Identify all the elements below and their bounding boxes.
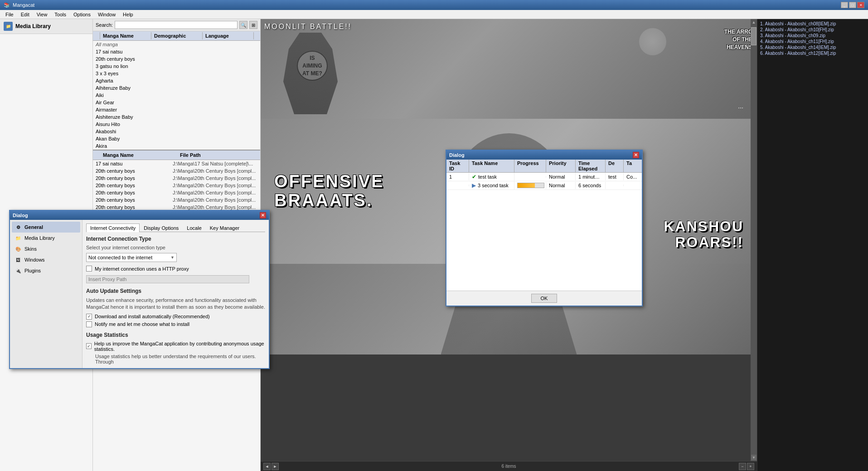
task-table-header: Task ID Task Name Progress Priority Time… <box>446 160 642 173</box>
notify-checkbox[interactable] <box>86 321 92 327</box>
manga-list-bottom-header: Manga Name File Path <box>93 151 260 160</box>
list-item-4[interactable]: Agharta <box>93 77 260 84</box>
dialog-tabs: Internet Connectivity Display Options Lo… <box>86 223 265 232</box>
task-de-1 <box>606 185 624 186</box>
list-item-3[interactable]: 3 x 3 eyes <box>93 70 260 77</box>
search-label: Search: <box>96 22 113 28</box>
menu-view[interactable]: View <box>33 11 51 18</box>
scroll-thumb[interactable] <box>751 27 756 45</box>
dialog-sidebar-plugins[interactable]: 🔌 Plugins <box>12 265 80 276</box>
proxy-label: My internet connection uses a HTTP proxy <box>95 266 189 272</box>
nav-btn-next[interactable]: ► <box>272 463 279 470</box>
menu-options[interactable]: Options <box>70 11 94 18</box>
menu-file[interactable]: File <box>2 11 17 18</box>
col-manga-name-2: Manga Name <box>100 151 177 159</box>
menu-window[interactable]: Window <box>94 11 119 18</box>
menu-edit[interactable]: Edit <box>17 11 33 18</box>
download-item-5[interactable]: 6. Akaboshi - Akaboshi_ch12[IEM].zip <box>759 50 866 56</box>
list-item-1[interactable]: 20th century boys <box>93 55 260 63</box>
menu-tools[interactable]: Tools <box>51 11 70 18</box>
proxy-path-field[interactable] <box>86 275 249 283</box>
usage-section: Usage Statistics Help us improve the Man… <box>86 332 265 364</box>
list-item2-2[interactable]: 20th century boys J:\Manga\20th Century … <box>93 175 260 182</box>
task-row-0[interactable]: 1 ✔ test task Normal 1 minute, 39 seco..… <box>446 173 642 181</box>
chapter-title: MOONLIT BATTLE!! <box>264 23 352 31</box>
usage-checkbox[interactable] <box>86 343 92 349</box>
maximize-button[interactable]: □ <box>849 2 856 8</box>
search-options-button[interactable]: ⊞ <box>249 21 257 29</box>
list-item-5[interactable]: Aihiteruze Baby <box>93 84 260 92</box>
task-name-label-0: test task <box>478 174 497 180</box>
list-item-2[interactable]: 3 gatsu no lion <box>93 63 260 70</box>
viewer-scrollbar[interactable]: ▲ ▼ <box>751 19 757 461</box>
close-button[interactable]: ✕ <box>857 2 864 8</box>
list-item-8[interactable]: Airmaster <box>93 106 260 113</box>
dialog-settings: Dialog ✕ ⚙ General 📁 Media Library 🎨 Ski… <box>9 210 270 369</box>
list-item2-0[interactable]: 17 sai natsu J:\Manga\17 Sai Natsu [comp… <box>93 160 260 167</box>
nav-btn-zoom-in[interactable]: + <box>747 463 754 470</box>
task-time-1: 6 seconds <box>576 182 606 189</box>
tab-key[interactable]: Key Manager <box>206 223 243 232</box>
viewer-items-count: 6 items <box>501 464 516 469</box>
tab-internet[interactable]: Internet Connectivity <box>86 223 140 232</box>
list-item-11[interactable]: Akaboshi <box>93 128 260 135</box>
search-input[interactable] <box>115 21 238 29</box>
title-bar: 📚 Mangacat _ □ ✕ <box>0 0 868 10</box>
nav-btn-prev[interactable]: ◄ <box>263 463 271 470</box>
dialog-sidebar-skins[interactable]: 🎨 Skins <box>12 243 80 254</box>
list-item-12[interactable]: Akan Baby <box>93 135 260 142</box>
list-item2-5[interactable]: 20th century boys J:\Manga\20th Century … <box>93 196 260 204</box>
dialog-sidebar-windows[interactable]: 🖼 Windows <box>12 254 80 265</box>
search-button[interactable]: 🔍 <box>239 21 247 29</box>
gear-icon: ⚙ <box>15 223 22 231</box>
viewer-scroll-up[interactable]: ▲ <box>751 19 757 25</box>
usage-title: Usage Statistics <box>86 332 265 338</box>
download-item-1[interactable]: 2. Akaboshi - Akaboshi_ch10[FH].zip <box>759 27 866 33</box>
dialog-task-titlebar: Dialog ✕ <box>446 151 642 160</box>
task-ta-1 <box>624 185 642 186</box>
dialog-settings-close[interactable]: ✕ <box>260 212 266 219</box>
download-item-3[interactable]: 4. Akaboshi - Akaboshi_ch11[FH].zip <box>759 39 866 44</box>
download-item-2[interactable]: 3. Akaboshi - Akaboshi_ch09.zip <box>759 33 866 39</box>
notify-label: Notify me and let me choose what to inst… <box>95 321 189 327</box>
list-item2-1[interactable]: 20th century boys J:\Manga\20th Century … <box>93 167 260 175</box>
minimize-button[interactable]: _ <box>841 2 848 8</box>
download-item-4[interactable]: 5. Akaboshi - Akaboshi_ch14[IEM].zip <box>759 44 866 50</box>
list-item2-6-name: 20th century boys <box>93 204 170 210</box>
ok-button[interactable]: OK <box>531 294 558 303</box>
list-item-0[interactable]: 17 sai natsu <box>93 48 260 55</box>
list-item-7[interactable]: Air Gear <box>93 99 260 106</box>
list-item-6[interactable]: Aiki <box>93 92 260 99</box>
task-progress-0 <box>514 176 546 178</box>
task-row-1[interactable]: ▶ 3 second task Normal 6 seconds <box>446 181 642 190</box>
connection-dropdown[interactable]: Not connected to the internet ▼ <box>86 253 177 262</box>
list-item-9[interactable]: Aishiteruze Baby <box>93 113 260 121</box>
auto-download-row: Download and install automatically (Reco… <box>86 314 265 320</box>
dialog-settings-content: Internet Connectivity Display Options Lo… <box>82 220 269 368</box>
scroll-down-arrow[interactable]: ▼ <box>751 455 756 460</box>
list-item-13[interactable]: Akira <box>93 142 260 150</box>
list-item2-3-name: 20th century boys <box>93 183 170 188</box>
menu-help[interactable]: Help <box>119 11 137 18</box>
auto-download-checkbox[interactable] <box>86 314 92 320</box>
dialog-settings-body: ⚙ General 📁 Media Library 🎨 Skins 🖼 Wind… <box>10 220 269 368</box>
list-item-10[interactable]: Aisuru Hito <box>93 121 260 128</box>
list-item-all[interactable]: All manga <box>93 41 260 48</box>
list-item2-4[interactable]: 20th century boys J:\Manga\20th Century … <box>93 189 260 196</box>
list-item2-2-name: 20th century boys <box>93 175 170 181</box>
dialog-task: Dialog ✕ Task ID Task Name Progress Prio… <box>446 150 643 306</box>
proxy-checkbox[interactable] <box>86 266 92 272</box>
tab-locale[interactable]: Locale <box>183 223 205 232</box>
dialog-sidebar-media[interactable]: 📁 Media Library <box>12 233 80 243</box>
list-item2-0-path: J:\Manga\17 Sai Natsu [complete]\... <box>170 161 260 166</box>
list-item2-4-name: 20th century boys <box>93 190 170 195</box>
manga-list-top: Manga Name Demographic Language All mang… <box>93 31 260 151</box>
th-id: Task ID <box>446 160 469 172</box>
download-item-0[interactable]: 1. Akaboshi - Akaboshi_ch08[IEM].zip <box>759 21 866 27</box>
nav-btn-zoom-out[interactable]: − <box>739 463 746 470</box>
menu-bar: File Edit View Tools Options Window Help <box>0 10 868 19</box>
list-item2-3[interactable]: 20th century boys J:\Manga\20th Century … <box>93 182 260 189</box>
dialog-sidebar-general[interactable]: ⚙ General <box>12 222 80 233</box>
dialog-task-close[interactable]: ✕ <box>633 152 639 158</box>
tab-display[interactable]: Display Options <box>140 223 183 232</box>
